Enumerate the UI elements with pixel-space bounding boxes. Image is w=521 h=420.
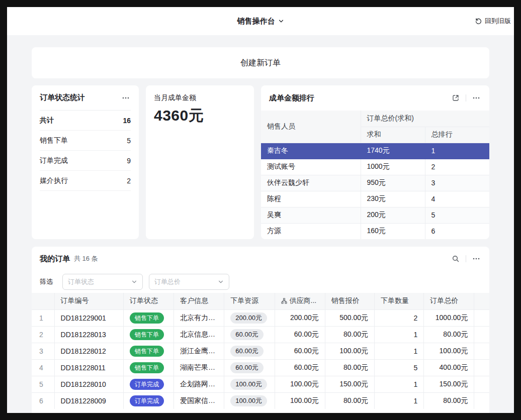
col-customer[interactable]: 客户信息 (174, 293, 224, 309)
tail-cell (474, 359, 489, 376)
ranking-row[interactable]: 秦吉冬 1740元 1 (261, 143, 489, 159)
resource-pill: 100.00元 (230, 395, 267, 406)
ranking-row[interactable]: 方源 160元 6 (261, 223, 489, 239)
status-value: 2 (127, 177, 131, 185)
status-badge: 销售下单 (130, 346, 164, 357)
row-index: 1 (32, 309, 54, 326)
status-row[interactable]: 媒介执行 2 (40, 171, 131, 191)
search-icon[interactable] (451, 254, 461, 264)
order-row[interactable]: 5 DD181228010 订单完成 企划路网络... 100.00元 100.… (32, 376, 489, 392)
filter-label: 筛选 (40, 277, 53, 286)
order-status-filter-select[interactable]: 订单状态 (62, 274, 143, 290)
orders-card-title: 我的订单 (40, 254, 70, 264)
customer: 北京有力量... (174, 309, 224, 326)
supplier-price: 200.00元 (275, 309, 325, 326)
rank-name: 陈程 (261, 191, 361, 207)
sales-quote: 80.00元 (325, 392, 374, 409)
rank-col-sum[interactable]: 求和 (361, 127, 425, 143)
status-card-header: 订单状态统计 (40, 85, 131, 111)
order-total-filter-select[interactable]: 订单总价 (149, 274, 229, 290)
rank-sum: 1000元 (361, 159, 425, 175)
main-content: 创建新订单 订单状态统计 共计 16 销售下 (7, 35, 514, 413)
status-row-total[interactable]: 共计 16 (40, 111, 131, 131)
col-index (32, 293, 54, 309)
ranking-row[interactable]: 陈程 230元 4 (261, 191, 489, 207)
chevron-down-icon (218, 279, 224, 285)
resource-pill: 60.00元 (230, 346, 264, 357)
rank-col-rank[interactable]: 总排行 (425, 127, 489, 143)
customer: 北京信息大... (174, 326, 224, 343)
resource: 60.00元 (224, 326, 275, 343)
chevron-down-icon (131, 279, 137, 285)
resource: 100.00元 (224, 376, 275, 392)
order-total: 150.00元 (424, 376, 474, 392)
rank-name: 吴爽 (261, 207, 361, 223)
order-no: DD181228011 (54, 359, 123, 376)
rank-name: 方源 (261, 223, 361, 239)
order-no: DD181228009 (54, 392, 123, 409)
ranking-card-actions (451, 93, 481, 103)
order-total: 1000.00元 (424, 309, 474, 326)
order-no: DD181228012 (54, 343, 123, 359)
status-card-title: 订单状态统计 (40, 93, 85, 102)
order-row[interactable]: 4 DD181228011 销售下单 湖南芒果娱... 60.00元 60.00… (32, 359, 489, 376)
rank-col-group[interactable]: 订单总价(求和) (361, 111, 489, 127)
col-supplier-label: 供应商... (290, 296, 317, 305)
ranking-card-title: 成单金额排行 (269, 93, 314, 103)
ranking-card-header: 成单金额排行 (261, 85, 489, 111)
tail-cell (474, 392, 489, 409)
order-total: 80.00元 (424, 392, 474, 409)
create-order-button[interactable]: 创建新订单 (32, 47, 489, 78)
more-icon[interactable] (121, 93, 131, 103)
orders-table: 订单编号 订单状态 客户信息 下单资源 供应商... (32, 293, 489, 409)
order-status: 销售下单 (123, 326, 173, 343)
ranking-row[interactable]: 伙伴云魏少轩 950元 3 (261, 175, 489, 191)
col-resource[interactable]: 下单资源 (224, 293, 275, 309)
ranking-row[interactable]: 吴爽 200元 5 (261, 207, 489, 223)
status-row[interactable]: 销售下单 5 (40, 131, 131, 151)
col-quote[interactable]: 销售报价 (325, 293, 374, 309)
my-orders-card: 我的订单 共 16 条 筛选 订单状态 (32, 247, 489, 413)
monthly-amount-title: 当月成单金额 (154, 93, 246, 102)
tail-cell (474, 309, 489, 326)
col-status[interactable]: 订单状态 (123, 293, 173, 309)
resource-pill: 60.00元 (230, 329, 264, 340)
export-icon[interactable] (451, 93, 461, 103)
order-total: 400.00元 (424, 359, 474, 376)
col-total[interactable]: 订单总价 (424, 293, 474, 309)
order-status-stats-card: 订单状态统计 共计 16 销售下单 5 订单完成 (32, 85, 139, 239)
status-row[interactable]: 订单完成 9 (40, 151, 131, 171)
restore-icon (475, 18, 482, 25)
order-row[interactable]: 2 DD181228013 销售下单 北京信息大... 60.00元 60.00… (32, 326, 489, 343)
customer: 爱国家信息... (174, 392, 224, 409)
order-status-filter-placeholder: 订单状态 (68, 277, 94, 286)
quantity: 1 (374, 326, 423, 343)
order-no: DD181228010 (54, 376, 123, 392)
supplier-price: 100.00元 (275, 392, 325, 409)
orders-card-header: 我的订单 共 16 条 (32, 247, 489, 271)
rank-col-person[interactable]: 销售人员 (261, 111, 361, 143)
rank-sum: 1740元 (361, 143, 425, 159)
col-qty[interactable]: 下单数量 (374, 293, 423, 309)
resource: 60.00元 (224, 343, 275, 359)
status-badge: 销售下单 (130, 329, 164, 340)
order-row[interactable]: 1 DD181229001 销售下单 北京有力量... 200.00元 200.… (32, 309, 489, 326)
order-row[interactable]: 6 DD181228009 订单完成 爱国家信息... 100.00元 100.… (32, 392, 489, 409)
rank-sum: 230元 (361, 191, 425, 207)
col-supplier[interactable]: 供应商... (275, 293, 325, 309)
rank-rank: 4 (425, 191, 489, 207)
order-status: 订单完成 (123, 376, 173, 392)
col-order-no[interactable]: 订单编号 (54, 293, 123, 309)
workspace-switcher[interactable]: 销售操作台 (237, 17, 284, 26)
ranking-row[interactable]: 测试账号 1000元 2 (261, 159, 489, 175)
orders-table-header-row: 订单编号 订单状态 客户信息 下单资源 供应商... (32, 293, 489, 309)
app-window: 销售操作台 回到旧版 创建新订单 订单状态统 (7, 7, 514, 413)
quantity: 1 (374, 392, 423, 409)
relation-icon (281, 298, 287, 304)
row-index: 3 (32, 343, 54, 359)
order-row[interactable]: 3 DD181228012 销售下单 浙江金鹰卡... 60.00元 60.00… (32, 343, 489, 359)
more-icon[interactable] (471, 254, 481, 264)
rank-sum: 160元 (361, 223, 425, 239)
more-icon[interactable] (471, 93, 481, 103)
back-to-old-version-button[interactable]: 回到旧版 (475, 7, 511, 35)
